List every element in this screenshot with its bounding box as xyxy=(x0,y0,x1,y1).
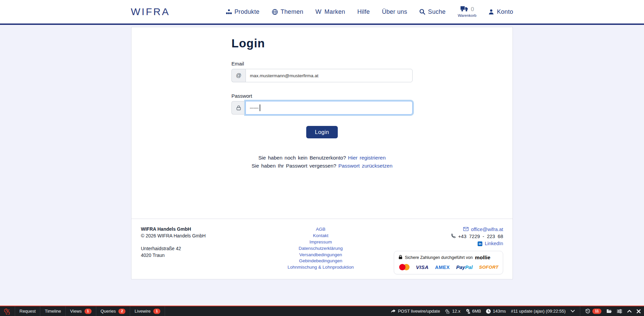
footer-link-datenschutz[interactable]: Datenschutzerklärung xyxy=(252,245,390,252)
forgot-row: Sie haben Ihr Passwort vergessen?Passwor… xyxy=(231,162,413,170)
request-duration: 143ms xyxy=(486,309,506,314)
close-icon[interactable] xyxy=(637,309,641,313)
history-count-badge: 11 xyxy=(592,309,601,314)
user-icon xyxy=(488,9,494,15)
nav-item-marken[interactable]: W Marken xyxy=(315,8,345,15)
nav-item-ueber-uns[interactable]: Über uns xyxy=(382,8,407,15)
header: WIFRA Produkte xyxy=(0,0,644,25)
clock-icon xyxy=(486,309,491,314)
register-row: Sie haben noch kein Benutzerkonto?Hier r… xyxy=(231,154,413,162)
password-label: Passwort xyxy=(231,93,413,99)
globe-icon xyxy=(272,9,278,15)
email-label: Email xyxy=(231,61,413,66)
footer-address-street: Unterhaidstraße 42 xyxy=(141,245,252,252)
envelope-icon xyxy=(463,226,469,233)
livewire-count-badge: 1 xyxy=(153,309,160,314)
debugbar-tab-views[interactable]: Views 1 xyxy=(66,306,96,316)
password-field[interactable]: ••••••• xyxy=(246,101,413,115)
laravel-debugbar: Request Timeline Views 1 Queries 2 Livew… xyxy=(0,306,644,316)
nav-label-ueber-uns: Über uns xyxy=(382,8,407,15)
gears-icon xyxy=(466,309,470,314)
content-card: Login Email @ Passwort ••••••• xyxy=(131,27,513,279)
history-icon xyxy=(585,309,590,314)
nav-item-hilfe[interactable]: Hilfe xyxy=(357,8,370,15)
nav-label-konto: Konto xyxy=(497,8,513,15)
cart-count-badge: 0 xyxy=(471,6,474,12)
request-status-label: #11 update (ajax) (09:22:55) xyxy=(511,309,566,314)
footer-link-impressum[interactable]: Impressum xyxy=(252,239,390,245)
footer-link-kontakt[interactable]: Kontakt xyxy=(252,233,390,239)
nav-item-themen[interactable]: Themen xyxy=(272,8,304,15)
share-arrow-icon xyxy=(391,309,396,313)
footer-address-city: 4020 Traun xyxy=(141,252,252,259)
history-button[interactable]: 11 xyxy=(585,309,601,314)
amex-logo: AMEX xyxy=(435,265,450,270)
chevron-up-icon[interactable] xyxy=(627,310,632,313)
email-input-group: @ xyxy=(231,69,413,82)
mastercard-icon xyxy=(399,264,410,270)
register-link[interactable]: Hier registrieren xyxy=(348,155,386,161)
secure-payments-box: Sichere Zahlungen durchgeführt von molli… xyxy=(394,251,503,274)
linkedin-icon: in xyxy=(478,241,482,246)
nav-label-themen: Themen xyxy=(281,8,304,15)
main-nav: Produkte Themen W Marken Hilfe xyxy=(226,6,513,18)
debugbar-tab-request[interactable]: Request xyxy=(15,306,40,316)
footer-link-lohnmischung[interactable]: Lohnmischung & Lohnproduktion xyxy=(252,264,390,271)
text-caret xyxy=(260,104,260,111)
truck-icon xyxy=(460,6,469,13)
nav-label-produkte: Produkte xyxy=(234,8,259,15)
sofort-logo: SOFORT xyxy=(479,265,498,270)
password-masked-value: ••••••• xyxy=(250,106,259,109)
at-icon: @ xyxy=(231,69,246,82)
sliders-icon[interactable] xyxy=(617,309,622,314)
nav-label-suche: Suche xyxy=(428,8,446,15)
request-method-path[interactable]: POST livewire/update xyxy=(391,309,440,314)
lock-icon xyxy=(231,101,246,115)
queries-count-badge: 2 xyxy=(118,309,125,314)
footer-copyright: © 2026 WIFRA Handels GmbH xyxy=(141,233,252,239)
views-count-badge: 1 xyxy=(85,309,92,314)
nav-label-marken: Marken xyxy=(324,8,345,15)
cart-button[interactable]: 0 Warenkorb xyxy=(458,6,477,18)
footer-link-versand[interactable]: Versandbedingungen xyxy=(252,252,390,258)
wifra-logo[interactable]: WIFRA xyxy=(131,6,170,17)
laravel-version: 12.x xyxy=(445,309,461,314)
nav-item-produkte[interactable]: Produkte xyxy=(226,8,259,15)
mollie-logo: mollie xyxy=(475,255,490,261)
laravel-icon[interactable] xyxy=(0,306,15,316)
phone-icon xyxy=(451,233,456,240)
laravel-version-icon xyxy=(445,309,450,314)
cart-label: Warenkorb xyxy=(458,14,477,18)
login-section: Login Email @ Passwort ••••••• xyxy=(131,27,513,219)
email-field[interactable] xyxy=(246,69,413,82)
footer-link-gebinde[interactable]: Gebindebedingungen xyxy=(252,258,390,264)
search-icon xyxy=(419,9,425,15)
footer-linkedin-link[interactable]: LinkedIn xyxy=(485,240,503,247)
padlock-icon xyxy=(398,255,402,260)
footer-phone-number: +43 7229 - 223 68 xyxy=(458,233,503,240)
footer-email-link[interactable]: office@wifra.at xyxy=(471,226,503,233)
visa-logo: VISA xyxy=(416,264,429,270)
sitemap-icon xyxy=(226,9,232,15)
footer-link-agb[interactable]: AGB xyxy=(252,226,390,233)
nav-item-konto[interactable]: Konto xyxy=(488,8,513,15)
nav-item-suche[interactable]: Suche xyxy=(419,8,446,15)
footer: WIFRA Handels GmbH © 2026 WIFRA Handels … xyxy=(131,219,513,279)
memory-usage: 6MB xyxy=(466,309,481,314)
debugbar-tab-queries[interactable]: Queries 2 xyxy=(96,306,130,316)
debugbar-divider xyxy=(580,306,580,316)
nav-label-hilfe: Hilfe xyxy=(357,8,370,15)
footer-links: AGB Kontakt Impressum Datenschutzerkläru… xyxy=(252,226,390,279)
password-reset-link[interactable]: Passwort zurücksetzen xyxy=(338,163,392,169)
debugbar-tab-timeline[interactable]: Timeline xyxy=(40,306,66,316)
chevron-down-icon[interactable] xyxy=(571,310,575,313)
secure-payments-text: Sichere Zahlungen durchgeführt von xyxy=(405,255,473,260)
wifra-w-icon: W xyxy=(315,8,322,15)
open-folder-icon[interactable] xyxy=(606,309,612,313)
login-button[interactable]: Login xyxy=(306,126,338,138)
footer-company-name: WIFRA Handels GmbH xyxy=(141,226,252,233)
debugbar-tab-livewire[interactable]: Livewire 1 xyxy=(130,306,165,316)
page-title: Login xyxy=(231,37,413,50)
register-text: Sie haben noch kein Benutzerkonto? xyxy=(258,155,346,161)
paypal-logo: PayPal xyxy=(456,264,473,270)
